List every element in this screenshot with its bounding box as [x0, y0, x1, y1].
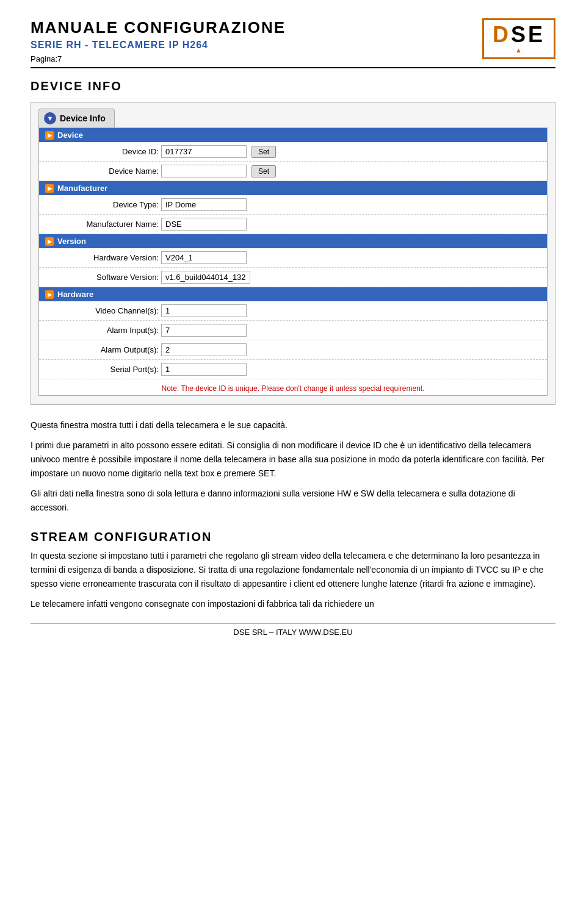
- device-type-row: Device Type: IP Dome: [39, 195, 547, 215]
- software-version-row: Software Version: v1.6_build044014_132: [39, 268, 547, 287]
- panel-inner: ▶ Device Device ID: 017737 Set Device Na…: [38, 127, 548, 396]
- section-hardware-header: ▶ Hardware: [39, 287, 547, 301]
- manufacturer-name-row: Manufacturer Name: DSE: [39, 215, 547, 234]
- version-section-icon: ▶: [45, 237, 54, 246]
- video-channels-label: Video Channel(s):: [39, 306, 161, 315]
- video-channels-row: Video Channel(s): 1: [39, 301, 547, 321]
- manufacturer-section-icon: ▶: [45, 184, 54, 193]
- alarm-outputs-row: Alarm Output(s): 2: [39, 340, 547, 360]
- logo-d-letter: D: [493, 22, 511, 47]
- logo-triangle: ▲: [493, 47, 545, 54]
- tab-icon: ▼: [44, 112, 56, 124]
- hardware-section-icon: ▶: [45, 290, 54, 299]
- section-device-header: ▶ Device: [39, 128, 547, 142]
- page-header: MANUALE CONFIGURAZIONE SERIE RH - TELECA…: [31, 18, 555, 63]
- logo-s-letter: S: [511, 22, 528, 47]
- title-block: MANUALE CONFIGURAZIONE SERIE RH - TELECA…: [31, 18, 286, 63]
- footer-text: DSE SRL – ITALY WWW.DSE.EU: [31, 628, 555, 637]
- panel-tab[interactable]: ▼ Device Info: [38, 109, 115, 127]
- alarm-inputs-label: Alarm Input(s):: [39, 326, 161, 335]
- main-title: MANUALE CONFIGURAZIONE: [31, 18, 286, 37]
- section-version-header: ▶ Version: [39, 234, 547, 248]
- stream-para2: Le telecamere infatti vengono consegnate…: [31, 597, 555, 611]
- serial-ports-row: Serial Port(s): 1: [39, 360, 547, 379]
- device-type-label: Device Type:: [39, 200, 161, 209]
- stream-para1: In questa sezione si impostano tutti i p…: [31, 549, 555, 591]
- manufacturer-section-label: Manufacturer: [57, 184, 107, 193]
- video-channels-value: 1: [161, 304, 247, 317]
- stream-config-title: STREAM CONFIGURATION: [31, 530, 555, 544]
- device-name-row: Device Name: Set: [39, 162, 547, 181]
- software-version-value: v1.6_build044014_132: [161, 271, 250, 284]
- device-id-set-button[interactable]: Set: [251, 146, 276, 158]
- alarm-inputs-row: Alarm Input(s): 7: [39, 321, 547, 340]
- body-para2: I primi due parametri in alto possono es…: [31, 439, 555, 481]
- footer-divider: [31, 623, 555, 624]
- device-section-icon: ▶: [45, 131, 54, 140]
- body-para3: Gli altri dati nella finestra sono di so…: [31, 487, 555, 515]
- device-name-label: Device Name:: [39, 167, 161, 176]
- alarm-outputs-value: 2: [161, 343, 247, 356]
- version-section-label: Version: [57, 237, 86, 246]
- body-para1: Questa finestra mostra tutti i dati dell…: [31, 418, 555, 432]
- logo-e-letter: E: [528, 22, 545, 47]
- page-number: Pagina:7: [31, 54, 286, 63]
- manufacturer-name-value: DSE: [161, 218, 247, 231]
- hardware-version-value: V204_1: [161, 251, 247, 264]
- device-name-set-button[interactable]: Set: [251, 165, 276, 177]
- panel-note: Note: The device ID is unique. Please do…: [39, 379, 547, 395]
- subtitle: SERIE RH - TELECAMERE IP H264: [31, 40, 286, 51]
- header-divider: [31, 67, 555, 68]
- device-info-section-title: DEVICE INFO: [31, 79, 555, 93]
- section-manufacturer-header: ▶ Manufacturer: [39, 181, 547, 195]
- manufacturer-name-label: Manufacturer Name:: [39, 220, 161, 229]
- serial-ports-value: 1: [161, 363, 247, 376]
- device-info-panel: ▼ Device Info ▶ Device Device ID: 017737…: [31, 102, 555, 405]
- hardware-version-row: Hardware Version: V204_1: [39, 248, 547, 268]
- device-id-value: 017737: [161, 145, 247, 158]
- dse-logo: DSE ▲: [482, 18, 555, 59]
- panel-tab-label: Device Info: [60, 113, 106, 123]
- software-version-label: Software Version:: [39, 273, 161, 282]
- hardware-version-label: Hardware Version:: [39, 253, 161, 262]
- device-id-label: Device ID:: [39, 147, 161, 156]
- device-name-value: [161, 165, 247, 177]
- device-section-label: Device: [57, 131, 83, 140]
- serial-ports-label: Serial Port(s):: [39, 365, 161, 374]
- hardware-section-label: Hardware: [57, 290, 93, 299]
- device-type-value: IP Dome: [161, 198, 247, 211]
- alarm-outputs-label: Alarm Output(s):: [39, 345, 161, 354]
- device-id-row: Device ID: 017737 Set: [39, 142, 547, 162]
- alarm-inputs-value: 7: [161, 324, 247, 337]
